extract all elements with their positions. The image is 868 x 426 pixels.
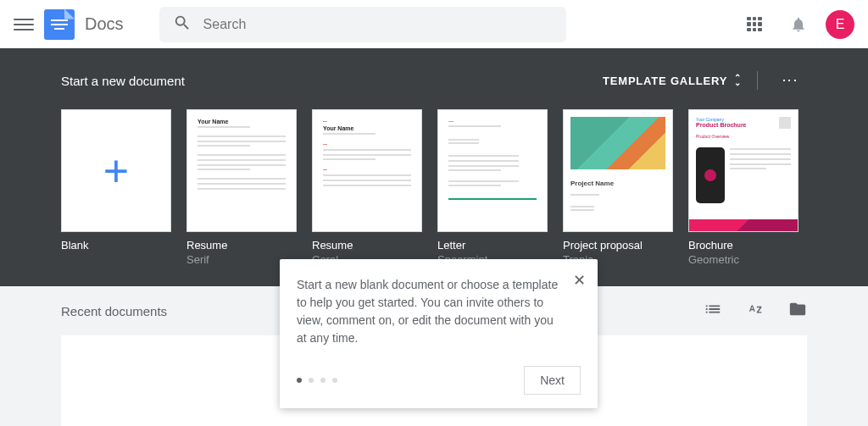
search-icon xyxy=(173,14,192,36)
template-gallery-button[interactable]: TEMPLATE GALLERY ⌃⌄ xyxy=(603,75,742,87)
template-name: Resume xyxy=(312,239,422,252)
avatar[interactable]: E xyxy=(826,10,854,39)
sort-az-icon[interactable] xyxy=(746,300,765,322)
template-section-title: Start a new document xyxy=(61,74,185,88)
template-brochure[interactable]: Your CompanyProduct BrochureProduct Over… xyxy=(688,109,798,266)
menu-icon[interactable] xyxy=(14,14,34,35)
preview-text: Your Name xyxy=(323,125,411,131)
onboarding-tooltip: ✕ Start a new blank document or choose a… xyxy=(280,259,598,408)
template-resume-coral[interactable]: —Your Name—— Resume Coral xyxy=(312,109,422,266)
preview-text: Product Brochure xyxy=(696,122,747,128)
plus-icon: + xyxy=(103,146,129,196)
app-name: Docs xyxy=(85,14,124,34)
apps-icon[interactable] xyxy=(737,8,771,41)
template-letter-spearmint[interactable]: — Letter Spearmint xyxy=(437,109,548,266)
divider xyxy=(757,71,758,90)
template-resume-serif[interactable]: Your Name Resume Serif xyxy=(186,109,297,266)
more-options-icon[interactable]: ⋮ xyxy=(773,64,807,97)
close-icon[interactable]: ✕ xyxy=(573,271,586,290)
search-input[interactable] xyxy=(203,17,553,32)
header-bar: Docs E xyxy=(0,0,868,48)
template-subtitle: Geometric xyxy=(688,253,798,266)
preview-text: Product Overview xyxy=(696,134,791,139)
expand-icon: ⌃⌄ xyxy=(734,75,742,86)
preview-text: Project Name xyxy=(570,180,665,187)
next-button[interactable]: Next xyxy=(524,366,581,395)
list-view-icon[interactable] xyxy=(704,300,722,322)
step-dots xyxy=(297,378,337,383)
template-name: Project proposal xyxy=(563,239,673,252)
notifications-icon[interactable] xyxy=(782,8,815,41)
template-name: Resume xyxy=(186,239,297,252)
tooltip-text: Start a new blank document or choose a t… xyxy=(297,276,581,347)
recent-title: Recent documents xyxy=(61,304,167,318)
template-project-proposal[interactable]: Project Name Project proposal Tropic xyxy=(563,109,673,266)
folder-icon[interactable] xyxy=(788,300,807,322)
search-box[interactable] xyxy=(159,7,566,42)
template-name: Brochure xyxy=(688,239,798,252)
template-name: Blank xyxy=(61,239,171,252)
template-gallery-label: TEMPLATE GALLERY xyxy=(603,75,727,87)
preview-text: Your Name xyxy=(198,119,286,124)
docs-logo-icon[interactable] xyxy=(44,9,75,40)
template-name: Letter xyxy=(437,239,548,252)
template-blank[interactable]: + Blank xyxy=(61,109,171,266)
